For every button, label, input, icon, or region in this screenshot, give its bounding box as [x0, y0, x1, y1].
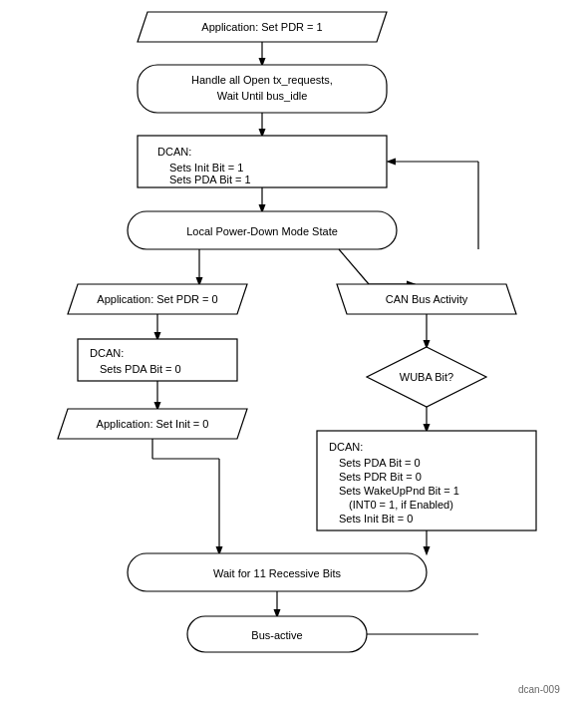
set-pdr0-label: Application: Set PDR = 0 — [97, 293, 217, 305]
watermark-label: dcan-009 — [518, 684, 560, 695]
wuba-label: WUBA Bit? — [400, 371, 453, 383]
bus-active-label: Bus-active — [251, 629, 302, 641]
can-bus-label: CAN Bus Activity — [386, 293, 468, 305]
dcan-pda0-label1: DCAN: — [90, 347, 124, 359]
dcan-pda0-label2: Sets PDA Bit = 0 — [100, 363, 181, 375]
dcan-wake-label1: DCAN: — [329, 441, 363, 453]
dcan-init-label1: DCAN: — [157, 146, 191, 158]
set-init0-label: Application: Set Init = 0 — [97, 418, 209, 430]
dcan-init-label3: Sets PDA Bit = 1 — [169, 174, 251, 185]
dcan-wake-label2: Sets PDA Bit = 0 — [339, 457, 421, 469]
svg-line-10 — [339, 249, 369, 284]
diagram-container: Application: Set PDR = 1 Handle all Open… — [0, 0, 588, 703]
wait-recessive-label: Wait for 11 Recessive Bits — [213, 567, 341, 579]
set-pdr-label: Application: Set PDR = 1 — [201, 21, 322, 33]
power-down-label: Local Power-Down Mode State — [186, 225, 338, 237]
handle-tx-label1: Handle all Open tx_requests, — [191, 74, 333, 86]
dcan-init-label2: Sets Init Bit = 1 — [169, 162, 243, 174]
dcan-wake-label6: Sets Init Bit = 0 — [339, 513, 413, 525]
handle-tx-label2: Wait Until bus_idle — [217, 90, 308, 102]
svg-rect-2 — [138, 65, 387, 113]
dcan-wake-label5: (INT0 = 1, if Enabled) — [349, 499, 453, 511]
dcan-wake-label3: Sets PDR Bit = 0 — [339, 471, 422, 483]
dcan-wake-label4: Sets WakeUpPnd Bit = 1 — [339, 485, 459, 497]
